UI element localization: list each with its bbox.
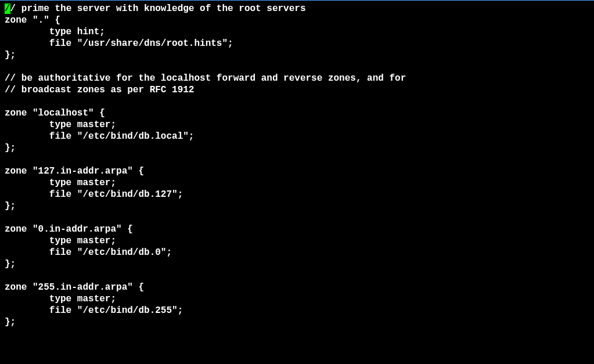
config-line-20: type master;: [5, 235, 594, 247]
terminal-editor[interactable]: // prime the server with knowledge of th…: [5, 3, 594, 328]
config-line-23: [5, 270, 594, 282]
config-line-2: type hint;: [5, 26, 594, 38]
config-line-0: // prime the server with knowledge of th…: [5, 3, 594, 15]
config-line-7: // broadcast zones as per RFC 1912: [5, 84, 594, 96]
config-line-10: type master;: [5, 119, 594, 131]
config-line-21: file "/etc/bind/db.0";: [5, 247, 594, 258]
config-line-26: file "/etc/bind/db.255";: [5, 305, 594, 316]
config-line-27: };: [5, 316, 594, 328]
config-line-16: file "/etc/bind/db.127";: [5, 189, 594, 200]
config-line-24: zone "255.in-addr.arpa" {: [5, 282, 594, 293]
config-line-25: type master;: [5, 293, 594, 305]
config-line-5: [5, 61, 594, 73]
line-text-0: / prime the server with knowledge of the…: [10, 3, 306, 14]
cursor: /: [5, 3, 10, 14]
config-line-3: file "/usr/share/dns/root.hints";: [5, 38, 594, 49]
config-line-17: };: [5, 200, 594, 212]
config-line-1: zone "." {: [5, 15, 594, 26]
config-line-6: // be authoritative for the localhost fo…: [5, 73, 594, 84]
config-line-12: };: [5, 142, 594, 154]
config-line-19: zone "0.in-addr.arpa" {: [5, 224, 594, 235]
config-line-13: [5, 154, 594, 165]
config-line-22: };: [5, 258, 594, 270]
config-line-4: };: [5, 49, 594, 61]
config-line-11: file "/etc/bind/db.local";: [5, 131, 594, 142]
config-line-9: zone "localhost" {: [5, 107, 594, 119]
config-line-14: zone "127.in-addr.arpa" {: [5, 165, 594, 177]
config-line-15: type master;: [5, 177, 594, 189]
config-line-18: [5, 212, 594, 224]
config-line-8: [5, 96, 594, 107]
